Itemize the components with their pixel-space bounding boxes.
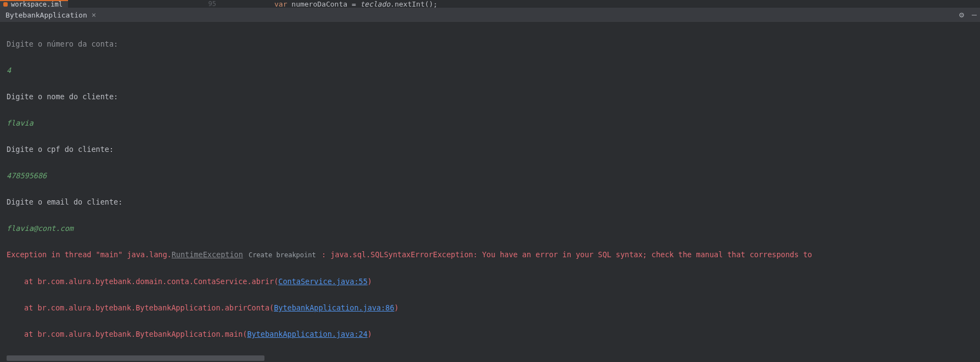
horizontal-scrollbar-track[interactable] [7, 354, 980, 362]
stacktrace-line: at br.com.alura.bytebank.BytebankApplica… [7, 301, 973, 314]
stacktrace-text: at br.com.alura.bytebank.domain.conta.Co… [24, 277, 278, 286]
editor-code-fragment: var numeroDaConta = teclado.nextInt(); [274, 0, 437, 8]
exception-message: : java.sql.SQLSyntaxErrorException: You … [317, 250, 812, 259]
code-op: = [352, 0, 361, 8]
stacktrace-line: at br.com.alura.bytebank.domain.conta.Co… [7, 275, 973, 288]
run-configuration-tab[interactable]: BytebankApplication × [4, 8, 99, 22]
console-output[interactable]: Digite o número da conta: 4 Digite o nom… [0, 22, 980, 354]
exception-prefix: Exception in thread "main" java.lang. [7, 250, 172, 259]
console-line: Digite o cpf do cliente: [7, 143, 973, 156]
file-tab-label: workspace.iml [11, 1, 63, 8]
close-icon[interactable]: × [92, 11, 96, 19]
console-user-input: 478595686 [7, 169, 973, 182]
stacktrace-text: at br.com.alura.bytebank.BytebankApplica… [24, 330, 247, 338]
code-ident: numeroDaConta [287, 0, 351, 8]
gear-icon[interactable]: ⚙ [959, 10, 964, 20]
stacktrace-line: at br.com.alura.bytebank.BytebankApplica… [7, 327, 973, 341]
stacktrace-paren: ) [368, 277, 372, 286]
editor-file-tab[interactable]: workspace.iml [0, 0, 68, 8]
run-tab-label: BytebankApplication [5, 11, 87, 19]
minimize-icon[interactable]: — [972, 10, 977, 20]
console-user-input: flavia [7, 116, 973, 129]
stacktrace-text: at br.com.alura.bytebank.BytebankApplica… [24, 303, 274, 312]
source-link[interactable]: BytebankApplication.java:24 [247, 330, 367, 338]
editor-gutter-line-number: 95 [196, 0, 218, 8]
stacktrace-paren: ) [368, 330, 372, 338]
file-type-dot-icon [3, 2, 8, 7]
code-after: .nextInt(); [390, 0, 437, 8]
console-line: Digite o email do cliente: [7, 195, 973, 208]
editor-top-strip: workspace.iml [0, 0, 980, 8]
stacktrace-paren: ) [395, 303, 399, 312]
create-breakpoint-button[interactable]: Create breakpoint [247, 251, 317, 259]
console-user-input: 4 [7, 64, 973, 77]
horizontal-scrollbar-thumb[interactable] [7, 355, 264, 361]
code-keyword: var [274, 0, 287, 8]
code-call: teclado [361, 0, 391, 8]
console-line: Digite o número da conta: [7, 37, 973, 50]
console-line: Digite o nome do cliente: [7, 90, 973, 103]
exception-class-link[interactable]: RuntimeException [172, 250, 243, 259]
source-link[interactable]: BytebankApplication.java:86 [274, 303, 394, 312]
console-user-input: flavia@cont.com [7, 222, 973, 235]
source-link[interactable]: ContaService.java:55 [278, 277, 368, 286]
run-tool-window-tabs: BytebankApplication × ⚙ — [0, 8, 980, 22]
exception-line: Exception in thread "main" java.lang.Run… [7, 248, 973, 262]
